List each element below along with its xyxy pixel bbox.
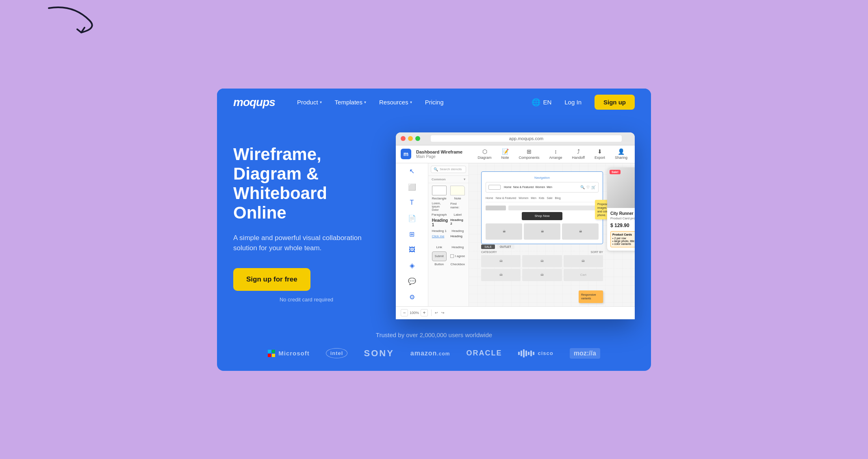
sidebar-stencils[interactable]: ◈ <box>396 258 428 273</box>
stencils-icon: ◈ <box>410 262 414 269</box>
wf-search-icon: 🔍 <box>580 185 585 189</box>
mozilla-logo: moz://a <box>570 348 600 359</box>
login-button[interactable]: Log In <box>558 95 588 109</box>
button-shape: Submit <box>432 251 447 261</box>
wf-user-icon: ♡ <box>586 185 590 189</box>
text-icon: T <box>410 199 414 206</box>
microsoft-logo: Microsoft <box>268 350 310 357</box>
zoom-in-button[interactable]: + <box>421 309 428 316</box>
sidebar-pages[interactable]: 📄 <box>396 210 428 226</box>
intel-logo: intel <box>326 348 348 358</box>
toolbar-export[interactable]: ⬇ Export <box>592 148 608 160</box>
stencil-section-label: Common ▾ <box>428 176 469 183</box>
stencil-search-area: 🔍 Search stencils <box>428 163 469 176</box>
toolbar-note[interactable]: 📝 Note <box>499 148 512 160</box>
comments-icon: 💬 <box>408 277 416 285</box>
sidebar-images[interactable]: 🖼 <box>396 242 428 258</box>
undo-button[interactable]: ↩ <box>435 311 438 315</box>
divider <box>431 310 432 316</box>
logo[interactable]: moqups <box>233 96 275 109</box>
link-shape: Click me <box>432 234 447 244</box>
svg-rect-4 <box>528 352 529 355</box>
sidebar-text[interactable]: T <box>396 195 428 210</box>
app-titlebar: app.moqups.com <box>396 132 635 145</box>
signup-free-button[interactable]: Sign up for free <box>233 268 310 291</box>
hero-subtitle: A simple and powerful visual collaborati… <box>233 233 363 253</box>
sharing-icon: 👤 <box>618 148 625 155</box>
stencil-search-input[interactable]: 🔍 Search stencils <box>431 166 466 173</box>
stencil-button[interactable]: Submit Button <box>431 251 448 266</box>
toolbar-components[interactable]: ⊞ Components <box>516 148 542 160</box>
toolbar-arrange[interactable]: ↕ Arrange <box>547 148 565 160</box>
export-icon: ⬇ <box>597 148 602 155</box>
app-sidebar: ↖ ⬜ T 📄 ⊞ 🖼 <box>396 163 428 319</box>
traffic-light-yellow <box>408 136 413 141</box>
zoom-controls: − 100% + <box>401 309 428 316</box>
traffic-light-red <box>401 136 406 141</box>
wf-product-card: Sale! City Runner Sneakers Product Card … <box>607 167 635 251</box>
note-icon: 📝 <box>502 148 509 155</box>
toolbar-handoff[interactable]: ⤴ Handoff <box>570 148 587 160</box>
chevron-down-icon: ▾ <box>364 100 366 104</box>
sidebar-settings[interactable]: ⚙ <box>396 289 428 305</box>
zoom-out-button[interactable]: − <box>401 309 408 316</box>
stencil-heading-item[interactable]: Heading Heading <box>449 234 467 249</box>
nav-item-pricing[interactable]: Pricing <box>419 95 449 109</box>
stencil-note[interactable]: Note <box>449 186 467 200</box>
nav-links: Product ▾ Templates ▾ Resources ▾ Pricin… <box>291 95 532 109</box>
sidebar-comments[interactable]: 💬 <box>396 273 428 289</box>
amazon-logo: amazon.com <box>410 350 450 357</box>
nav-item-templates[interactable]: Templates ▾ <box>329 95 372 109</box>
nav-item-product[interactable]: Product ▾ <box>291 95 328 109</box>
toolbar-diagram[interactable]: ⬡ Diagram <box>475 148 494 160</box>
nav-item-resources[interactable]: Resources ▾ <box>373 95 418 109</box>
redo-button[interactable]: ↪ <box>441 311 445 315</box>
stencil-paragraph[interactable]: Lorem,IpsumDolor Paragraph <box>431 202 448 217</box>
hero-title: Wireframe, Diagram & Whiteboard Online <box>233 145 380 223</box>
wf-cart-icon: 🛒 <box>591 185 596 189</box>
sidebar-cursor[interactable]: ↖ <box>396 163 428 179</box>
stencil-grid-2: Submit Button I agree Checkbox <box>428 251 469 268</box>
wf-logo <box>488 185 501 190</box>
app-screenshot: app.moqups.com m Dashboard Wireframe Mai… <box>396 132 635 319</box>
sony-logo: SONY <box>364 348 394 359</box>
app-bottom-bar: − 100% + ↩ ↪ <box>396 306 635 319</box>
cisco-icon <box>518 349 534 357</box>
settings-icon: ⚙ <box>409 293 415 301</box>
stencil-label[interactable]: First name: Label <box>449 202 467 217</box>
logos-row: Microsoft intel SONY amazon.com ORACLE <box>233 348 635 359</box>
arrange-icon: ↕ <box>554 148 557 155</box>
stencil-link[interactable]: Click me Link <box>431 234 448 249</box>
handoff-icon: ⤴ <box>577 148 580 155</box>
shapes-icon: ⬜ <box>408 183 416 191</box>
sidebar-shapes[interactable]: ⬜ <box>396 179 428 195</box>
stencil-panel: 🔍 Search stencils Common ▾ Rectangle <box>428 163 469 319</box>
svg-rect-1 <box>521 351 522 356</box>
trusted-section: Trusted by over 2,000,000 users worldwid… <box>217 319 651 371</box>
no-credit-text: No credit card required <box>233 297 380 303</box>
language-selector[interactable]: 🌐 EN <box>532 98 551 107</box>
checkbox-shape: I agree <box>450 251 465 261</box>
sticky-responsive: Responsive variants <box>579 290 603 303</box>
sidebar-templates[interactable]: ⊞ <box>396 226 428 242</box>
stencil-heading[interactable]: Heading 1 Heading 1 <box>431 218 448 233</box>
nav-right: 🌐 EN Log In Sign up <box>532 95 635 110</box>
wf-category-section: SALE OUTLET CATEGORY SORT BY 🏔 🏔 <box>481 245 603 281</box>
chevron-down-icon: ▾ <box>410 100 412 104</box>
oracle-logo: ORACLE <box>466 349 502 357</box>
stencil-rectangle[interactable]: Rectangle <box>431 186 448 200</box>
label-shape: First name: <box>450 202 465 212</box>
stencil-heading2[interactable]: Heading 2 Heading <box>449 218 467 233</box>
para-shape: Lorem,IpsumDolor <box>432 202 447 212</box>
doc-title: Dashboard Wireframe <box>416 149 462 154</box>
signup-button[interactable]: Sign up <box>595 95 635 110</box>
toolbar-sharing[interactable]: 👤 Sharing <box>612 148 630 160</box>
canvas-area[interactable]: Navigation Home New & Featured Women Men <box>469 163 635 319</box>
images-icon: 🖼 <box>409 246 415 253</box>
pages-icon: 📄 <box>408 214 416 222</box>
svg-rect-3 <box>525 351 527 356</box>
hero-section: Wireframe, Diagram & Whiteboard Online A… <box>217 116 651 319</box>
doc-info: Dashboard Wireframe Main Page <box>416 149 462 159</box>
app-toolbar: m Dashboard Wireframe Main Page ⬡ Diagra… <box>396 145 635 163</box>
stencil-checkbox[interactable]: I agree Checkbox <box>449 251 467 266</box>
